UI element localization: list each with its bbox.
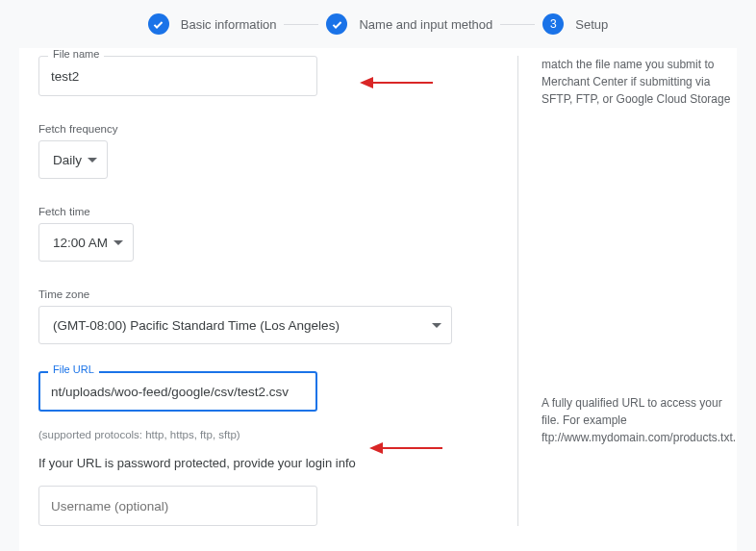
fetch-time-dropdown[interactable]: 12:00 AM xyxy=(38,223,134,262)
chevron-down-icon xyxy=(113,240,123,245)
field-fetch-frequency: Fetch frequency Daily xyxy=(38,123,510,179)
username-input[interactable] xyxy=(38,486,317,526)
arrow-icon xyxy=(369,442,442,454)
stepper: Basic information Name and input method … xyxy=(0,0,756,48)
file-name-input[interactable] xyxy=(38,56,317,96)
step-divider xyxy=(500,24,535,25)
step1-label: Basic information xyxy=(181,17,277,32)
tip-file-url: A fully qualified URL to access your fil… xyxy=(542,394,736,446)
fetch-time-value: 12:00 AM xyxy=(53,236,108,250)
step-divider xyxy=(284,24,318,25)
check-icon xyxy=(326,13,347,35)
field-file-url: File URL xyxy=(38,371,510,412)
file-url-input[interactable] xyxy=(38,371,317,412)
step3-label: Setup xyxy=(575,17,608,32)
fetch-freq-value: Daily xyxy=(53,153,82,167)
step3-number: 3 xyxy=(542,13,564,35)
fetch-freq-label: Fetch frequency xyxy=(38,123,510,135)
step-basic-info[interactable]: Basic information xyxy=(148,13,277,35)
field-username xyxy=(38,486,510,526)
fetch-time-label: Fetch time xyxy=(38,206,510,217)
login-prompt: If your URL is password protected, provi… xyxy=(38,456,510,470)
step2-label: Name and input method xyxy=(359,17,492,32)
field-file-name: File name xyxy=(38,56,510,96)
file-url-label: File URL xyxy=(48,363,99,375)
arrow-icon xyxy=(360,77,433,88)
time-zone-value: (GMT-08:00) Pacific Standard Time (Los A… xyxy=(53,318,340,333)
chevron-down-icon xyxy=(88,158,97,163)
chevron-down-icon xyxy=(432,323,441,328)
check-icon xyxy=(148,13,169,35)
protocols-helper: (supported protocols: http, https, ftp, … xyxy=(38,429,510,440)
fetch-freq-dropdown[interactable]: Daily xyxy=(38,140,108,179)
step-setup[interactable]: 3 Setup xyxy=(542,13,608,35)
file-name-label: File name xyxy=(48,48,104,60)
form-content: File name Fetch frequency Daily Fetch ti… xyxy=(19,48,737,551)
tip-file-name: match the file name you submit to Mercha… xyxy=(542,56,736,108)
step-name-input[interactable]: Name and input method xyxy=(326,13,492,35)
field-time-zone: Time zone (GMT-08:00) Pacific Standard T… xyxy=(38,288,510,344)
field-fetch-time: Fetch time 12:00 AM xyxy=(38,206,510,262)
time-zone-label: Time zone xyxy=(38,288,510,300)
time-zone-dropdown[interactable]: (GMT-08:00) Pacific Standard Time (Los A… xyxy=(38,306,452,344)
